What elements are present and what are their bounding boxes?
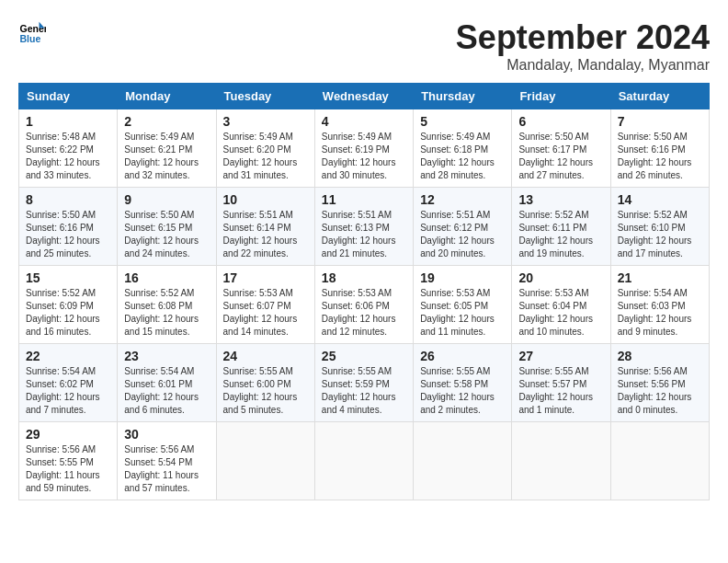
calendar-cell [414, 422, 512, 500]
calendar-cell: 28Sunrise: 5:56 AM Sunset: 5:56 PM Dayli… [610, 344, 709, 422]
day-number: 13 [518, 192, 603, 207]
day-number: 7 [618, 114, 702, 129]
day-number: 17 [223, 270, 308, 285]
day-info: Sunrise: 5:56 AM Sunset: 5:54 PM Dayligh… [124, 443, 209, 495]
week-row-4: 22Sunrise: 5:54 AM Sunset: 6:02 PM Dayli… [19, 344, 710, 422]
calendar-table: SundayMondayTuesdayWednesdayThursdayFrid… [18, 83, 710, 500]
column-header-sunday: Sunday [19, 84, 118, 109]
day-info: Sunrise: 5:49 AM Sunset: 6:19 PM Dayligh… [322, 131, 406, 182]
calendar-cell: 15Sunrise: 5:52 AM Sunset: 6:09 PM Dayli… [19, 266, 118, 344]
calendar-cell: 22Sunrise: 5:54 AM Sunset: 6:02 PM Dayli… [19, 344, 118, 422]
day-number: 26 [420, 349, 505, 363]
day-number: 12 [420, 192, 505, 207]
calendar-cell: 13Sunrise: 5:52 AM Sunset: 6:11 PM Dayli… [512, 188, 610, 266]
day-info: Sunrise: 5:53 AM Sunset: 6:05 PM Dayligh… [420, 287, 505, 339]
calendar-cell: 9Sunrise: 5:50 AM Sunset: 6:15 PM Daylig… [118, 188, 216, 266]
calendar-cell: 5Sunrise: 5:49 AM Sunset: 6:18 PM Daylig… [414, 109, 512, 188]
calendar-cell: 17Sunrise: 5:53 AM Sunset: 6:07 PM Dayli… [216, 266, 314, 344]
column-header-thursday: Thursday [414, 84, 512, 109]
day-number: 9 [124, 192, 209, 207]
day-number: 30 [124, 427, 209, 442]
day-info: Sunrise: 5:53 AM Sunset: 6:06 PM Dayligh… [322, 287, 406, 339]
week-row-3: 15Sunrise: 5:52 AM Sunset: 6:09 PM Dayli… [19, 266, 710, 344]
day-info: Sunrise: 5:55 AM Sunset: 5:59 PM Dayligh… [322, 365, 406, 417]
day-info: Sunrise: 5:54 AM Sunset: 6:02 PM Dayligh… [26, 365, 110, 417]
calendar-cell: 11Sunrise: 5:51 AM Sunset: 6:13 PM Dayli… [314, 188, 413, 266]
day-number: 18 [322, 270, 406, 285]
day-number: 21 [618, 270, 702, 285]
day-number: 22 [26, 349, 110, 363]
day-number: 1 [26, 114, 110, 129]
day-info: Sunrise: 5:48 AM Sunset: 6:22 PM Dayligh… [26, 131, 110, 182]
week-row-2: 8Sunrise: 5:50 AM Sunset: 6:16 PM Daylig… [19, 188, 710, 266]
page-header: General Blue September 2024 Mandalay, Ma… [18, 18, 710, 74]
day-info: Sunrise: 5:55 AM Sunset: 6:00 PM Dayligh… [223, 365, 308, 417]
calendar-cell: 10Sunrise: 5:51 AM Sunset: 6:14 PM Dayli… [216, 188, 314, 266]
day-number: 11 [322, 192, 406, 207]
day-info: Sunrise: 5:50 AM Sunset: 6:15 PM Dayligh… [124, 209, 209, 260]
title-area: September 2024 Mandalay, Mandalay, Myanm… [456, 18, 710, 74]
day-info: Sunrise: 5:49 AM Sunset: 6:21 PM Dayligh… [124, 131, 209, 182]
day-number: 24 [223, 349, 308, 363]
day-info: Sunrise: 5:50 AM Sunset: 6:16 PM Dayligh… [618, 131, 702, 182]
day-info: Sunrise: 5:53 AM Sunset: 6:07 PM Dayligh… [223, 287, 308, 339]
calendar-cell: 8Sunrise: 5:50 AM Sunset: 6:16 PM Daylig… [19, 188, 118, 266]
day-info: Sunrise: 5:56 AM Sunset: 5:55 PM Dayligh… [26, 443, 110, 495]
day-number: 6 [518, 114, 603, 129]
logo-icon: General Blue [18, 18, 46, 46]
day-info: Sunrise: 5:56 AM Sunset: 5:56 PM Dayligh… [618, 365, 702, 417]
calendar-cell: 6Sunrise: 5:50 AM Sunset: 6:17 PM Daylig… [512, 109, 610, 188]
day-info: Sunrise: 5:49 AM Sunset: 6:20 PM Dayligh… [223, 131, 308, 182]
column-headers: SundayMondayTuesdayWednesdayThursdayFrid… [19, 84, 710, 109]
calendar-cell: 30Sunrise: 5:56 AM Sunset: 5:54 PM Dayli… [118, 422, 216, 500]
day-number: 29 [26, 427, 110, 442]
calendar-cell: 16Sunrise: 5:52 AM Sunset: 6:08 PM Dayli… [118, 266, 216, 344]
calendar-body: 1Sunrise: 5:48 AM Sunset: 6:22 PM Daylig… [19, 109, 710, 500]
day-info: Sunrise: 5:55 AM Sunset: 5:58 PM Dayligh… [420, 365, 505, 417]
day-number: 5 [420, 114, 505, 129]
day-info: Sunrise: 5:51 AM Sunset: 6:12 PM Dayligh… [420, 209, 505, 260]
day-number: 2 [124, 114, 209, 129]
column-header-wednesday: Wednesday [314, 84, 413, 109]
day-info: Sunrise: 5:52 AM Sunset: 6:10 PM Dayligh… [618, 209, 702, 260]
day-info: Sunrise: 5:52 AM Sunset: 6:08 PM Dayligh… [124, 287, 209, 339]
calendar-cell: 3Sunrise: 5:49 AM Sunset: 6:20 PM Daylig… [216, 109, 314, 188]
day-info: Sunrise: 5:54 AM Sunset: 6:03 PM Dayligh… [618, 287, 702, 339]
day-info: Sunrise: 5:53 AM Sunset: 6:04 PM Dayligh… [518, 287, 603, 339]
calendar-cell: 7Sunrise: 5:50 AM Sunset: 6:16 PM Daylig… [610, 109, 709, 188]
week-row-1: 1Sunrise: 5:48 AM Sunset: 6:22 PM Daylig… [19, 109, 710, 188]
calendar-cell [314, 422, 413, 500]
logo: General Blue [18, 18, 46, 46]
day-info: Sunrise: 5:54 AM Sunset: 6:01 PM Dayligh… [124, 365, 209, 417]
column-header-tuesday: Tuesday [216, 84, 314, 109]
calendar-cell [216, 422, 314, 500]
day-number: 27 [518, 349, 603, 363]
day-info: Sunrise: 5:50 AM Sunset: 6:16 PM Dayligh… [26, 209, 110, 260]
calendar-cell: 27Sunrise: 5:55 AM Sunset: 5:57 PM Dayli… [512, 344, 610, 422]
calendar-cell [610, 422, 709, 500]
day-info: Sunrise: 5:51 AM Sunset: 6:14 PM Dayligh… [223, 209, 308, 260]
day-number: 28 [618, 349, 702, 363]
day-number: 25 [322, 349, 406, 363]
day-number: 14 [618, 192, 702, 207]
day-number: 15 [26, 270, 110, 285]
day-number: 19 [420, 270, 505, 285]
calendar-cell: 20Sunrise: 5:53 AM Sunset: 6:04 PM Dayli… [512, 266, 610, 344]
day-number: 16 [124, 270, 209, 285]
calendar-cell: 26Sunrise: 5:55 AM Sunset: 5:58 PM Dayli… [414, 344, 512, 422]
day-info: Sunrise: 5:49 AM Sunset: 6:18 PM Dayligh… [420, 131, 505, 182]
calendar-cell: 25Sunrise: 5:55 AM Sunset: 5:59 PM Dayli… [314, 344, 413, 422]
day-number: 4 [322, 114, 406, 129]
day-number: 20 [518, 270, 603, 285]
day-number: 23 [124, 349, 209, 363]
calendar-cell: 4Sunrise: 5:49 AM Sunset: 6:19 PM Daylig… [314, 109, 413, 188]
calendar-cell: 18Sunrise: 5:53 AM Sunset: 6:06 PM Dayli… [314, 266, 413, 344]
week-row-5: 29Sunrise: 5:56 AM Sunset: 5:55 PM Dayli… [19, 422, 710, 500]
column-header-monday: Monday [118, 84, 216, 109]
day-info: Sunrise: 5:51 AM Sunset: 6:13 PM Dayligh… [322, 209, 406, 260]
day-info: Sunrise: 5:55 AM Sunset: 5:57 PM Dayligh… [518, 365, 603, 417]
calendar-cell: 29Sunrise: 5:56 AM Sunset: 5:55 PM Dayli… [19, 422, 118, 500]
calendar-cell [512, 422, 610, 500]
calendar-cell: 24Sunrise: 5:55 AM Sunset: 6:00 PM Dayli… [216, 344, 314, 422]
day-number: 8 [26, 192, 110, 207]
